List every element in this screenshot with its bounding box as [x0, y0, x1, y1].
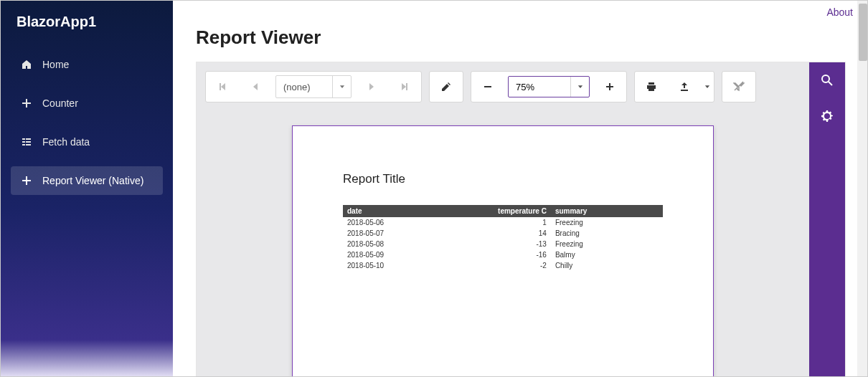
toolbar: (none): [197, 62, 809, 111]
svg-rect-0: [484, 86, 491, 87]
table-row: 2018-05-09 -16 Balmy: [343, 249, 663, 260]
page-select[interactable]: (none): [275, 75, 352, 98]
nav-counter-label: Counter: [42, 97, 78, 109]
report-page: Report Title date temperature C summary: [292, 125, 714, 377]
topbar: About: [173, 1, 868, 24]
about-link[interactable]: About: [826, 6, 853, 18]
nav-home[interactable]: Home: [11, 50, 163, 79]
export-group: [634, 71, 714, 102]
nav-report-viewer[interactable]: Report Viewer (Native): [11, 166, 163, 195]
nav-report-label: Report Viewer (Native): [42, 175, 143, 186]
nav-fetch-label: Fetch data: [42, 136, 90, 148]
col-summary: summary: [551, 205, 663, 217]
prev-page-button[interactable]: [239, 72, 272, 102]
scrollbar-thumb[interactable]: [859, 4, 867, 61]
pager-group: (none): [205, 71, 422, 102]
table-row: 2018-05-10 -2 Chilly: [343, 260, 663, 271]
edit-button[interactable]: [430, 72, 463, 102]
print-button[interactable]: [635, 72, 668, 102]
next-page-button[interactable]: [355, 72, 388, 102]
page-select-value: (none): [276, 82, 332, 92]
plus-icon: [21, 97, 32, 109]
table-row: 2018-05-06 1 Freezing: [343, 217, 663, 228]
nav-counter[interactable]: Counter: [11, 89, 163, 118]
search-button[interactable]: [809, 62, 845, 98]
toggle-filter-button[interactable]: [722, 72, 755, 102]
viewer-side-tools: [809, 62, 845, 377]
last-page-button[interactable]: [388, 72, 421, 102]
chevron-down-icon: [570, 77, 589, 97]
first-page-button[interactable]: [206, 72, 239, 102]
plus-icon: [21, 175, 32, 186]
chevron-down-icon: [332, 76, 351, 97]
nav: Home Counter Fetch data Report Viewer (N…: [1, 50, 173, 205]
col-date: date: [343, 205, 423, 217]
sidebar: BlazorApp1 Home Counter Fetch data: [1, 1, 173, 377]
list-icon: [21, 136, 32, 148]
nav-fetch-data[interactable]: Fetch data: [11, 128, 163, 156]
page-title: Report Viewer: [173, 24, 868, 62]
col-temperature: temperature C: [423, 205, 551, 217]
settings-button[interactable]: [809, 98, 845, 134]
svg-point-1: [822, 75, 829, 82]
main: About Report Viewer (none): [173, 1, 868, 377]
misc-group: [722, 71, 756, 102]
report-table: date temperature C summary 2018-05-06 1 …: [343, 205, 663, 271]
scrollbar[interactable]: [857, 1, 868, 377]
export-chevron-down-icon[interactable]: [701, 83, 714, 90]
report-viewer: (none): [196, 62, 846, 377]
table-row: 2018-05-08 -13 Freezing: [343, 239, 663, 249]
zoom-select[interactable]: 75%: [508, 76, 590, 97]
zoom-value: 75%: [509, 82, 570, 92]
home-icon: [21, 59, 32, 70]
zoom-group: 75%: [471, 71, 627, 102]
nav-home-label: Home: [42, 59, 69, 70]
app-root: BlazorApp1 Home Counter Fetch data: [1, 1, 868, 377]
app-brand: BlazorApp1: [1, 1, 173, 43]
report-title: Report Title: [343, 172, 663, 186]
edit-group: [429, 71, 463, 102]
report-canvas[interactable]: Report Title date temperature C summary: [197, 111, 809, 377]
export-button[interactable]: [668, 72, 701, 102]
zoom-in-button[interactable]: [593, 72, 626, 102]
table-row: 2018-05-07 14 Bracing: [343, 228, 663, 239]
zoom-out-button[interactable]: [471, 72, 504, 102]
viewer-main: (none): [197, 62, 809, 377]
